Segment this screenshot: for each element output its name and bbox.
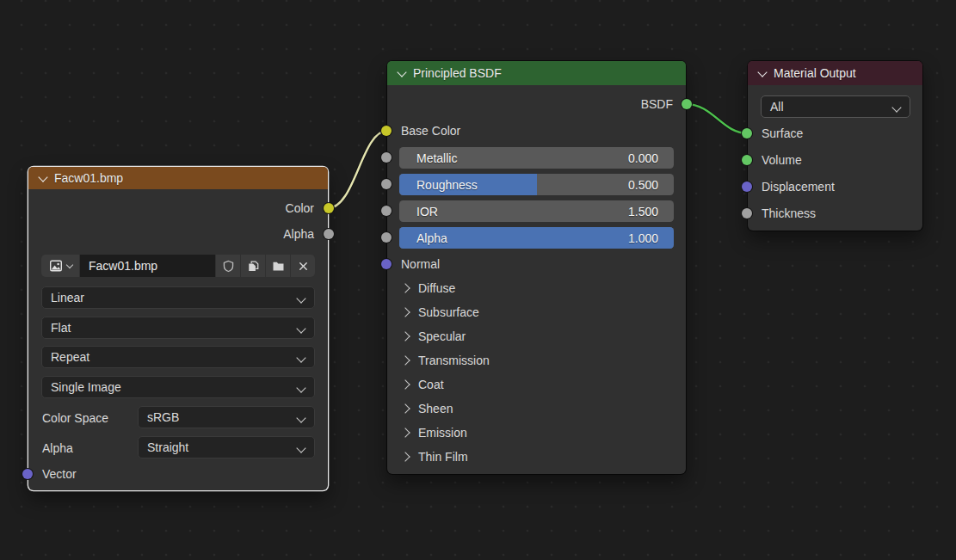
chevron-right-icon [400,355,410,365]
fake-user-button[interactable] [216,255,240,277]
input-label-vector: Vector [42,467,77,481]
interpolation-select[interactable]: Linear [41,286,315,309]
image-icon [49,259,63,273]
ior-slider[interactable]: IOR 1.500 [399,200,674,222]
input-label-thickness: Thickness [762,206,816,220]
output-label-alpha: Alpha [283,227,314,241]
image-datablock-row: Facw01.bmp [41,255,315,277]
chevron-right-icon [400,331,410,341]
input-row-base-color: Base Color [387,119,686,143]
input-row-displacement: Displacement [748,175,922,199]
socket-output-bsdf[interactable] [682,99,692,109]
section-emission[interactable]: Emission [387,421,686,445]
roughness-slider[interactable]: Roughness 0.500 [399,174,674,195]
color-space-label: Color Space [42,411,108,425]
metallic-slider[interactable]: Metallic 0.000 [399,147,674,169]
collapse-chevron-icon[interactable] [38,172,47,182]
duplicate-button[interactable] [241,255,265,277]
input-row-normal: Normal [387,252,686,276]
socket-output-alpha[interactable] [324,229,334,239]
input-row-volume: Volume [748,148,922,172]
chevron-right-icon [400,283,410,292]
section-coat[interactable]: Coat [387,372,686,397]
output-label-color: Color [286,201,314,215]
input-row-surface: Surface [748,121,922,145]
node-editor-canvas[interactable]: Facw01.bmp Color Alpha Facw01.bmp [0,0,956,560]
projection-select[interactable]: Flat [41,317,315,339]
node-title: Facw01.bmp [54,171,123,185]
chevron-down-icon [296,323,305,333]
output-row-bsdf: BSDF [387,92,686,116]
link-bsdf-to-surface [686,104,748,133]
node-principled-header[interactable]: Principled BSDF [387,61,686,85]
output-row-alpha: Alpha [28,222,328,246]
socket-input-ior[interactable] [381,206,392,216]
socket-input-vector[interactable] [22,469,33,479]
socket-input-normal[interactable] [381,259,392,269]
chevron-right-icon [400,428,410,437]
input-row-vector: Vector [28,462,328,486]
source-select[interactable]: Single Image [41,376,315,398]
chevron-down-icon [891,102,901,112]
socket-input-base-color[interactable] [381,126,392,136]
alpha-mode-select[interactable]: Straight [138,436,315,458]
socket-input-thickness[interactable] [742,208,752,218]
chevron-down-icon [296,383,305,392]
duplicate-icon [247,260,260,273]
chevron-right-icon [400,307,410,317]
folder-icon [272,260,285,273]
unlink-button[interactable] [291,255,315,277]
socket-input-volume[interactable] [742,155,752,165]
image-browse-button[interactable] [41,255,79,277]
section-transmission[interactable]: Transmission [387,348,686,372]
socket-input-alpha[interactable] [381,232,392,243]
chevron-right-icon [400,403,410,413]
output-label-bsdf: BSDF [641,97,673,111]
node-principled-bsdf[interactable]: Principled BSDF BSDF Base Color Metallic… [387,61,686,474]
chevron-down-icon [296,443,305,452]
node-image-texture-header[interactable]: Facw01.bmp [28,167,328,189]
extension-select[interactable]: Repeat [41,346,315,368]
input-row-thickness: Thickness [748,201,922,225]
alpha-slider[interactable]: Alpha 1.000 [399,227,674,249]
input-label-volume: Volume [762,153,802,167]
browse-chevron-icon [65,262,72,268]
socket-input-displacement[interactable] [742,182,752,192]
chevron-right-icon [400,452,410,461]
section-diffuse[interactable]: Diffuse [387,276,686,300]
socket-output-color[interactable] [324,203,334,213]
chevron-down-icon [296,293,305,303]
section-subsurface[interactable]: Subsurface [387,300,686,324]
socket-input-metallic[interactable] [381,152,392,163]
node-title: Material Output [774,66,856,80]
input-label-surface: Surface [762,126,803,140]
color-space-select[interactable]: sRGB [138,406,315,428]
link-color-to-basecolor [328,131,387,208]
chevron-down-icon [296,413,305,422]
node-title: Principled BSDF [413,66,502,80]
chevron-right-icon [400,379,410,389]
output-row-color: Color [28,196,328,220]
node-material-output-header[interactable]: Material Output [748,61,922,85]
socket-input-surface[interactable] [742,128,752,138]
socket-input-roughness[interactable] [381,179,392,189]
unlink-x-icon [298,261,309,272]
shield-icon [222,260,235,273]
input-label-normal: Normal [401,257,440,271]
node-image-texture[interactable]: Facw01.bmp Color Alpha Facw01.bmp [28,167,328,490]
collapse-chevron-icon[interactable] [757,67,767,77]
chevron-down-icon [296,353,305,362]
image-name-field[interactable]: Facw01.bmp [80,255,215,277]
input-label-displacement: Displacement [762,180,835,194]
input-label-base-color: Base Color [401,124,460,138]
section-sheen[interactable]: Sheen [387,397,686,421]
section-thin-film[interactable]: Thin Film [387,445,686,469]
alpha-mode-label: Alpha [42,441,73,455]
node-material-output[interactable]: Material Output All Surface Volume Displ… [748,61,922,231]
section-specular[interactable]: Specular [387,324,686,348]
open-file-button[interactable] [266,255,290,277]
target-select[interactable]: All [761,95,910,118]
collapse-chevron-icon[interactable] [397,67,406,77]
